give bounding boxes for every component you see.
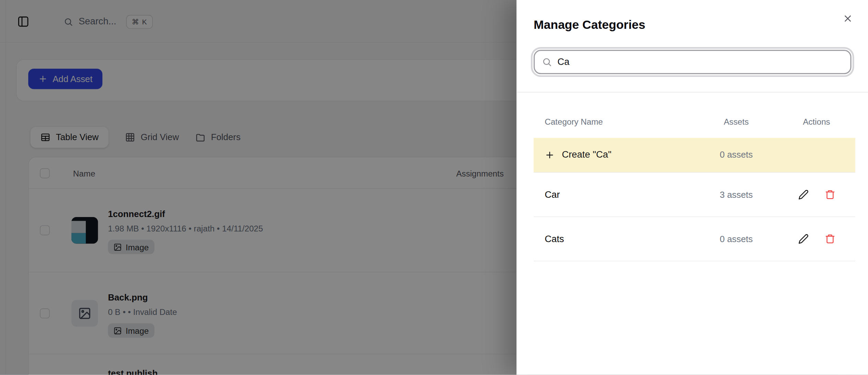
create-category-row[interactable]: Create "Ca" 0 assets xyxy=(534,138,855,173)
pencil-icon xyxy=(798,234,809,244)
category-actions xyxy=(778,233,855,245)
category-name: Cats xyxy=(534,234,695,245)
category-row: Car 3 assets xyxy=(534,173,855,217)
close-icon xyxy=(843,13,853,24)
delete-category-button[interactable] xyxy=(824,189,836,201)
create-category-assets-count: 0 assets xyxy=(695,150,778,160)
trash-icon xyxy=(824,189,835,200)
category-assets-count: 0 assets xyxy=(695,234,778,244)
panel-header: Manage Categories xyxy=(517,0,868,92)
category-search-input[interactable] xyxy=(558,56,843,67)
category-actions xyxy=(778,189,855,201)
trash-icon xyxy=(824,234,835,244)
screen: Search... ⌘ K Add Asset Table View Grid … xyxy=(0,0,868,375)
category-row: Cats 0 assets xyxy=(534,217,855,261)
edit-category-button[interactable] xyxy=(797,189,809,201)
category-assets-count: 3 assets xyxy=(695,190,778,200)
plus-icon xyxy=(545,150,555,160)
category-search-box xyxy=(534,50,851,74)
column-header-actions: Actions xyxy=(778,116,855,126)
search-icon xyxy=(542,57,552,67)
create-category-label-cell: Create "Ca" xyxy=(534,149,695,160)
column-header-category-name: Category Name xyxy=(534,116,695,126)
category-name: Car xyxy=(534,189,695,200)
category-table: Category Name Assets Actions Create "Ca"… xyxy=(517,114,868,261)
close-button[interactable] xyxy=(843,11,857,25)
column-header-assets: Assets xyxy=(695,116,778,126)
category-table-header: Category Name Assets Actions xyxy=(534,114,855,128)
manage-categories-panel: Manage Categories Category Name Assets A… xyxy=(516,0,868,375)
panel-title: Manage Categories xyxy=(534,18,851,32)
pencil-icon xyxy=(798,189,809,200)
delete-category-button[interactable] xyxy=(824,233,836,245)
create-category-label: Create "Ca" xyxy=(562,149,611,160)
edit-category-button[interactable] xyxy=(797,233,809,245)
